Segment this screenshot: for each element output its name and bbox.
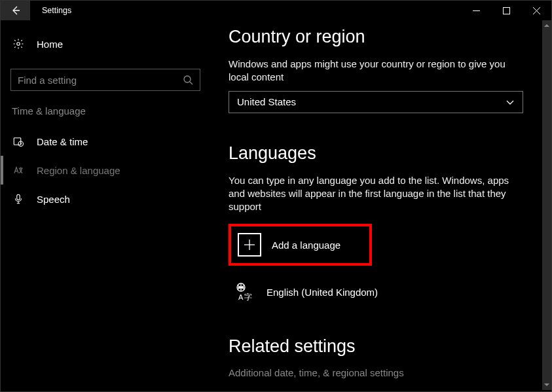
country-description: Windows and apps might use your country … bbox=[229, 58, 510, 84]
maximize-icon bbox=[503, 7, 510, 14]
scroll-down-button[interactable] bbox=[542, 380, 551, 390]
sidebar-section-label: Time & language bbox=[10, 105, 200, 116]
highlight-annotation: Add a language bbox=[229, 224, 372, 266]
svg-rect-1 bbox=[503, 7, 509, 14]
search-box[interactable] bbox=[10, 69, 200, 91]
chevron-up-icon bbox=[543, 22, 550, 29]
calendar-clock-icon bbox=[12, 135, 25, 147]
maximize-button[interactable] bbox=[491, 1, 521, 20]
close-icon bbox=[533, 7, 540, 14]
language-glyph-icon: A 字 bbox=[232, 280, 256, 304]
sidebar-item-speech[interactable]: Speech bbox=[10, 185, 200, 213]
language-icon bbox=[12, 164, 25, 176]
plus-icon bbox=[238, 233, 261, 257]
svg-point-5 bbox=[184, 76, 191, 82]
home-nav[interactable]: Home bbox=[10, 29, 200, 58]
country-selected-value: United States bbox=[237, 96, 296, 107]
arrow-left-icon bbox=[10, 5, 21, 16]
related-heading: Related settings bbox=[229, 336, 525, 357]
search-input[interactable] bbox=[18, 75, 183, 86]
language-item[interactable]: A 字 English (United Kingdom) bbox=[229, 276, 525, 308]
sidebar-item-label: Date & time bbox=[37, 136, 88, 147]
svg-rect-9 bbox=[17, 194, 20, 200]
sidebar-item-label: Speech bbox=[37, 194, 70, 205]
microphone-icon bbox=[12, 193, 25, 205]
chevron-down-icon bbox=[506, 98, 515, 107]
add-language-label: Add a language bbox=[272, 240, 340, 251]
titlebar: Settings bbox=[1, 1, 551, 20]
sidebar-item-date-time[interactable]: Date & time bbox=[10, 127, 200, 156]
svg-point-4 bbox=[17, 43, 20, 46]
languages-heading: Languages bbox=[229, 143, 525, 164]
languages-description: You can type in any language you add to … bbox=[229, 174, 510, 214]
minimize-button[interactable] bbox=[461, 1, 491, 20]
search-icon bbox=[183, 75, 193, 85]
language-item-label: English (United Kingdom) bbox=[267, 287, 378, 298]
window-title: Settings bbox=[42, 6, 71, 15]
country-select[interactable]: United States bbox=[229, 91, 523, 113]
vertical-scrollbar[interactable] bbox=[542, 20, 551, 390]
close-button[interactable] bbox=[521, 1, 551, 20]
window-controls bbox=[461, 1, 551, 20]
add-language-button[interactable]: Add a language bbox=[234, 229, 367, 260]
svg-line-6 bbox=[190, 82, 193, 84]
gear-icon bbox=[12, 38, 25, 50]
sidebar-item-label: Region & language bbox=[37, 165, 120, 176]
home-label: Home bbox=[37, 39, 63, 50]
minimize-icon bbox=[473, 7, 480, 14]
svg-text:字: 字 bbox=[244, 293, 252, 302]
related-settings-link[interactable]: Additional date, time, & regional settin… bbox=[229, 367, 525, 378]
sidebar: Home Time & language Date & time Region … bbox=[1, 20, 210, 391]
scroll-up-button[interactable] bbox=[542, 20, 551, 31]
back-button[interactable] bbox=[1, 1, 30, 20]
svg-text:A: A bbox=[238, 293, 244, 301]
country-heading: Country or region bbox=[229, 27, 525, 47]
main-panel: Country or region Windows and apps might… bbox=[210, 20, 551, 391]
sidebar-item-region-language[interactable]: Region & language bbox=[1, 156, 200, 185]
chevron-down-icon bbox=[543, 382, 550, 388]
